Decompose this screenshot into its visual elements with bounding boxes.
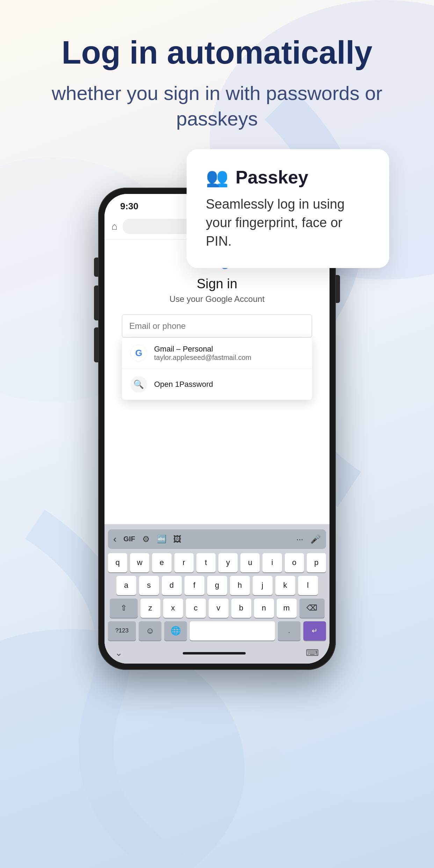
email-input[interactable] xyxy=(122,314,312,338)
email-input-wrapper: G Gmail – Personal taylor.appleseed@fast… xyxy=(122,314,312,338)
key-h[interactable]: h xyxy=(230,576,250,595)
key-globe[interactable]: 🌐 xyxy=(164,621,187,641)
phone-button-volume-down xyxy=(94,285,98,320)
keyboard-back-icon[interactable]: ‹ xyxy=(113,534,116,545)
key-j[interactable]: j xyxy=(253,576,273,595)
phone-area: 👥 Passkey Seamlessly log in using your f… xyxy=(0,160,434,670)
passkey-card: 👥 Passkey Seamlessly log in using your f… xyxy=(187,149,389,268)
keyboard-layout-icon[interactable]: ⌨ xyxy=(306,648,319,658)
home-indicator xyxy=(183,652,246,654)
key-b[interactable]: b xyxy=(231,599,251,618)
key-f[interactable]: f xyxy=(185,576,204,595)
key-y[interactable]: y xyxy=(218,553,238,572)
passkey-header: 👥 Passkey xyxy=(206,167,370,188)
autocomplete-dropdown: G Gmail – Personal taylor.appleseed@fast… xyxy=(122,338,312,400)
key-s[interactable]: s xyxy=(139,576,159,595)
key-l[interactable]: l xyxy=(298,576,318,595)
key-numbers[interactable]: ?123 xyxy=(108,621,136,641)
keyboard-toolbar: ‹ GIF ⚙ 🔤 🖼 ··· 🎤 xyxy=(108,529,326,549)
autocomplete-gmail-name: Gmail – Personal xyxy=(154,345,251,354)
keyboard-collapse-icon[interactable]: ⌄ xyxy=(115,648,123,658)
keyboard-settings-icon[interactable]: ⚙ xyxy=(142,534,150,544)
keyboard-row-2: a s d f g h j k l xyxy=(108,576,326,595)
autocomplete-gmail-text: Gmail – Personal taylor.appleseed@fastma… xyxy=(154,345,251,362)
google-signin-page: G o o g l e Sign in Use your Google Acco… xyxy=(104,240,330,524)
page-content: Log in automatically whether you sign in… xyxy=(0,0,434,868)
key-space[interactable] xyxy=(190,621,275,641)
autocomplete-gmail-email: taylor.appleseed@fastmail.com xyxy=(154,354,251,362)
signin-subtitle: Use your Google Account xyxy=(169,294,265,304)
key-backspace[interactable]: ⌫ xyxy=(299,599,325,618)
key-x[interactable]: x xyxy=(163,599,183,618)
autocomplete-1password-item[interactable]: 🔍 Open 1Password xyxy=(122,369,312,400)
key-m[interactable]: m xyxy=(277,599,297,618)
google-circle-icon: G xyxy=(130,345,147,361)
key-enter[interactable]: ↵ xyxy=(303,621,326,641)
keyboard-translate-icon[interactable]: 🔤 xyxy=(157,535,166,544)
key-a[interactable]: a xyxy=(116,576,136,595)
keyboard-row-3: ⇧ z x c v b n m ⌫ xyxy=(108,599,326,618)
phone-button-silent xyxy=(94,327,98,362)
key-k[interactable]: k xyxy=(275,576,295,595)
passkey-title: Passkey xyxy=(236,167,308,188)
search-circle-icon: 🔍 xyxy=(130,376,147,393)
keyboard-row-1: q w e r t y u i o p xyxy=(108,553,326,572)
key-w[interactable]: w xyxy=(130,553,149,572)
keyboard-area: ‹ GIF ⚙ 🔤 🖼 ··· 🎤 q w xyxy=(104,524,330,664)
key-u[interactable]: u xyxy=(240,553,260,572)
key-d[interactable]: d xyxy=(162,576,182,595)
key-r[interactable]: r xyxy=(174,553,194,572)
key-v[interactable]: v xyxy=(209,599,229,618)
keyboard-bottom-bar: ⌄ ⌨ xyxy=(108,644,326,660)
keyboard-gif-button[interactable]: GIF xyxy=(123,535,135,543)
keyboard-sticker-icon[interactable]: 🖼 xyxy=(173,534,182,544)
key-i[interactable]: i xyxy=(262,553,282,572)
main-subtitle: whether you sign in with passwords or pa… xyxy=(28,81,406,132)
key-p[interactable]: p xyxy=(307,553,326,572)
phone-button-power xyxy=(336,275,340,303)
autocomplete-1password-action: Open 1Password xyxy=(154,380,213,389)
key-e[interactable]: e xyxy=(152,553,171,572)
keyboard-mic-icon[interactable]: 🎤 xyxy=(310,534,321,544)
phone-button-volume-up xyxy=(94,258,98,277)
status-time: 9:30 xyxy=(120,201,138,212)
keyboard-row-4: ?123 ☺ 🌐 . ↵ xyxy=(108,621,326,641)
autocomplete-gmail-item[interactable]: G Gmail – Personal taylor.appleseed@fast… xyxy=(122,338,312,369)
key-emoji[interactable]: ☺ xyxy=(139,621,161,641)
passkey-icon: 👥 xyxy=(206,167,229,188)
key-o[interactable]: o xyxy=(285,553,304,572)
key-shift[interactable]: ⇧ xyxy=(110,599,138,618)
header-section: Log in automatically whether you sign in… xyxy=(0,0,434,153)
passkey-description: Seamlessly log in using your fingerprint… xyxy=(206,195,370,251)
key-c[interactable]: c xyxy=(186,599,206,618)
home-icon[interactable]: ⌂ xyxy=(111,221,117,232)
keyboard-more-icon[interactable]: ··· xyxy=(296,534,303,544)
key-z[interactable]: z xyxy=(140,599,160,618)
key-g[interactable]: g xyxy=(207,576,227,595)
main-title: Log in automatically xyxy=(28,35,406,70)
key-period[interactable]: . xyxy=(278,621,301,641)
key-q[interactable]: q xyxy=(108,553,127,572)
signin-title: Sign in xyxy=(197,276,237,291)
key-t[interactable]: t xyxy=(196,553,216,572)
key-n[interactable]: n xyxy=(254,599,274,618)
search-icon: 🔍 xyxy=(133,379,144,389)
